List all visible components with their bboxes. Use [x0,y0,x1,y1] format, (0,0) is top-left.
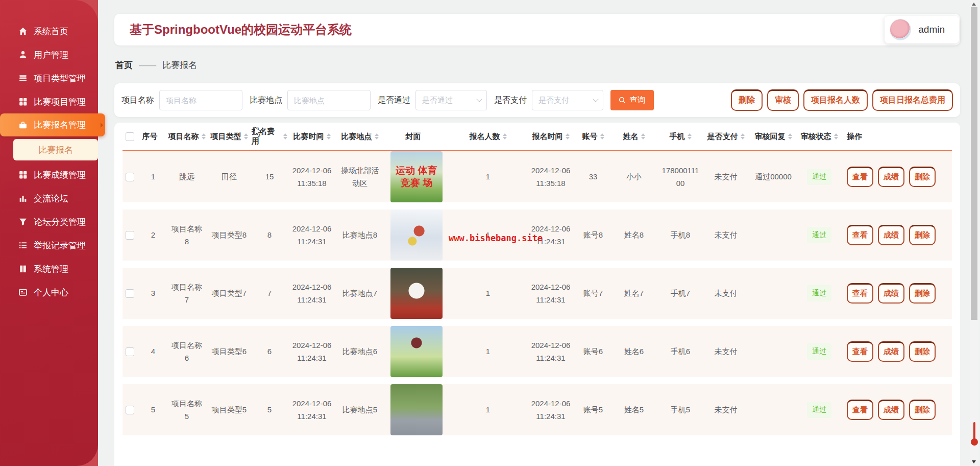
score-button[interactable]: 成绩 [878,225,904,245]
view-button[interactable]: 查看 [847,341,873,362]
table-header-row: 序号 项目名称 项目类型 报名费用 比赛时间 [122,123,952,151]
score-button[interactable]: 成绩 [878,167,904,187]
delete-button[interactable]: 删除 [909,341,936,362]
column-header[interactable]: 姓名 [611,132,657,142]
sidebar-item-system-mgmt[interactable]: 系统管理 [0,257,98,281]
sort-caret-icon[interactable] [503,133,507,139]
select-all-checkbox[interactable] [126,132,134,141]
sidebar-item-home[interactable]: 系统首页 [0,19,98,43]
scrollbar-thumb[interactable] [971,7,977,320]
sort-caret-icon[interactable] [641,133,645,139]
sidebar-item-users[interactable]: 用户管理 [0,43,98,66]
row-checkbox[interactable] [126,173,134,181]
cell-review-status: 通过 [799,169,840,185]
cover-image[interactable]: 运动 体育竞赛 场 [390,151,443,202]
column-header[interactable]: 项目名称 [167,132,207,142]
row-checkbox[interactable] [126,289,134,298]
scrollbar[interactable] [970,0,978,466]
cover-image[interactable] [390,209,443,261]
sidebar-item-report-records[interactable]: 举报记录管理 [0,234,98,257]
delete-button[interactable]: 删除 [909,167,936,187]
sort-caret-icon[interactable] [375,133,379,139]
toolbar-button[interactable]: 审核 [767,89,799,111]
row-checkbox[interactable] [126,347,134,356]
search-button[interactable]: 查询 [610,90,654,110]
row-checkbox[interactable] [126,406,134,414]
sort-caret-icon[interactable] [566,133,570,139]
scroll-up-arrow-icon[interactable] [972,3,976,6]
column-header[interactable]: 账号 [575,132,611,142]
sort-caret-icon[interactable] [688,133,692,139]
scroll-pin-ball[interactable] [971,438,978,446]
sidebar-item-forum[interactable]: 交流论坛 [0,187,98,210]
sort-caret-icon[interactable] [202,133,206,139]
cell-paid-status: 未支付 [704,170,748,183]
row-checkbox[interactable] [126,231,134,240]
cell-cover [383,326,450,377]
column-header[interactable]: 比赛时间 [287,132,336,142]
column-header[interactable]: 手机 [657,132,704,142]
sidebar-item-competition-projects[interactable]: 比赛项目管理 [0,90,98,113]
cell-actions: 查看 成绩 删除 [840,283,952,304]
delete-button[interactable]: 删除 [909,400,936,420]
cover-image[interactable] [390,326,443,377]
cover-image[interactable] [390,268,443,319]
pay-filter-select[interactable]: 是否支付 [532,90,603,110]
column-header[interactable]: 项目类型 [207,132,252,142]
cell-cover [383,384,450,435]
score-button[interactable]: 成绩 [878,341,904,362]
grid-icon [18,97,28,106]
column-header[interactable]: 审核回复 [748,132,799,142]
breadcrumb-home[interactable]: 首页 [115,59,133,71]
sidebar-item-registration-mgmt[interactable]: 比赛报名管理 [0,113,105,136]
column-header[interactable]: 比赛地点 [336,132,383,142]
toolbar-button[interactable]: 项目日报名总费用 [872,89,953,111]
score-button[interactable]: 成绩 [878,400,904,420]
sidebar-item-results-mgmt[interactable]: 比赛成绩管理 [0,163,98,187]
column-header[interactable]: 序号 [139,132,167,142]
cell-account: 账号6 [575,345,611,358]
column-header[interactable]: 封面 [383,132,450,142]
name-filter-input[interactable] [159,90,242,110]
toolbar-button[interactable]: 删除 [731,89,763,111]
user-chip[interactable]: admin [885,16,959,43]
cover-image[interactable] [390,384,443,435]
sidebar-item-project-types[interactable]: 项目类型管理 [0,66,98,90]
view-button[interactable]: 查看 [847,167,873,187]
sort-caret-icon[interactable] [244,133,248,139]
table-row: 1 跳远 田径 15 2024-12-06 11:35:18 操场北部活动区 运… [122,151,952,209]
sidebar-item-profile[interactable]: 个人中心 [0,281,98,304]
cell-project-type: 田径 [207,170,252,183]
delete-button[interactable]: 删除 [909,283,936,304]
column-header[interactable]: 审核状态 [799,132,840,142]
sort-caret-icon[interactable] [327,133,331,139]
sidebar-subitem-registration[interactable]: 比赛报名 [13,139,98,160]
column-header[interactable]: 报名时间 [526,132,575,142]
scroll-down-arrow-icon[interactable] [972,460,976,463]
column-label: 报名时间 [532,132,563,142]
cell-project-name: 项目名称8 [167,222,207,248]
view-button[interactable]: 查看 [847,225,873,245]
sort-caret-icon[interactable] [834,133,838,139]
status-badge: 通过 [807,227,831,243]
sort-caret-icon[interactable] [788,133,792,139]
column-header[interactable]: 报名人数 [450,132,526,142]
data-table: 序号 项目名称 项目类型 报名费用 比赛时间 [114,123,960,466]
sidebar-item-forum-categories[interactable]: 论坛分类管理 [0,210,98,234]
pass-filter-select[interactable]: 是否通过 [415,90,487,110]
location-filter-input[interactable] [287,90,371,110]
view-button[interactable]: 查看 [847,400,873,420]
toolbar-button[interactable]: 项目报名人数 [803,89,868,111]
delete-button[interactable]: 删除 [909,225,936,245]
sort-caret-icon[interactable] [741,133,745,139]
view-button[interactable]: 查看 [847,283,873,304]
column-label: 姓名 [623,132,639,142]
column-header[interactable]: 是否支付 [704,132,748,142]
cell-project-name: 项目名称7 [167,281,207,307]
sort-caret-icon[interactable] [600,133,604,139]
column-header[interactable]: 操作 [840,132,952,142]
cell-account: 账号5 [575,403,611,416]
score-button[interactable]: 成绩 [878,283,904,304]
sort-caret-icon[interactable] [283,133,287,139]
status-badge: 通过 [807,343,831,360]
